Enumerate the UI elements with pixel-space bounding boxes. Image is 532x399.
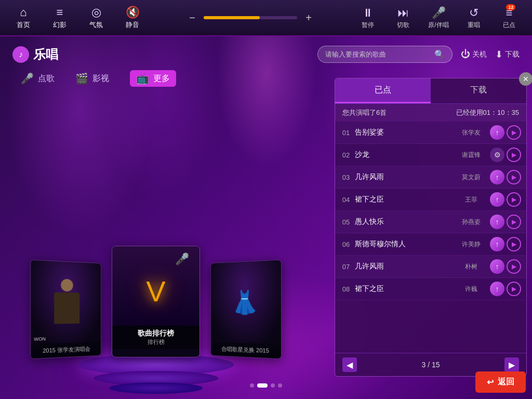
person-figure-left <box>51 278 82 326</box>
play-btn[interactable]: ▶ <box>507 170 521 184</box>
tab-point-song-label: 点歌 <box>38 73 55 84</box>
topbar-atmosphere-label: 气氛 <box>89 20 103 30</box>
song-row: 01告别娑婆张学友↑▶ <box>335 122 526 144</box>
gold-v-logo: V <box>146 277 165 306</box>
replay-icon: ↺ <box>469 6 478 20</box>
song-artist: 莫文蔚 <box>456 173 487 182</box>
play-btn[interactable]: ▶ <box>507 192 521 207</box>
download-btn[interactable]: ⬇ 下载 <box>495 49 520 60</box>
song-row: 02沙龙谢霆锋⚙▶ <box>335 144 526 166</box>
panel-tab-download[interactable]: 下载 <box>431 78 526 103</box>
priority-up-btn[interactable]: ↑ <box>490 215 504 229</box>
play-btn[interactable]: ▶ <box>507 125 521 140</box>
download-label: 下载 <box>505 50 520 59</box>
priority-up-btn[interactable]: ↑ <box>490 282 504 296</box>
song-actions: ↑▶ <box>490 237 521 251</box>
panel-info-left: 您共演唱了6首 <box>342 108 387 117</box>
ctrl-pause[interactable]: ⏸ 暂停 <box>350 6 385 30</box>
prev-icon: ◀ <box>347 360 353 370</box>
ctrl-replay[interactable]: ↺ 重唱 <box>456 6 491 30</box>
dot-4[interactable] <box>278 383 282 388</box>
header-row: ♪ 乐唱 🔍 ⏻ 关机 ⬇ 下载 <box>0 36 532 63</box>
prev-page-btn[interactable]: ◀ <box>342 357 357 372</box>
center-card-title: 歌曲排行榜 <box>116 329 195 338</box>
cards-area: WON 2015 张学友演唱会 🎤 V 歌曲排行榜 排行榜 <box>10 246 301 357</box>
bottom-dots <box>250 383 282 388</box>
panel-tab-queued[interactable]: 已点 <box>335 78 431 103</box>
play-btn[interactable]: ▶ <box>507 215 521 229</box>
ctrl-queued[interactable]: ≡12 已点 <box>491 6 527 30</box>
volume-plus-btn[interactable]: + <box>301 12 316 24</box>
play-btn[interactable]: ▶ <box>507 237 521 251</box>
song-artist: 许巍 <box>456 285 487 294</box>
song-actions: ↑▶ <box>490 282 521 296</box>
left-card-label: 2015 张学友演唱会 <box>31 342 101 359</box>
dot-2[interactable] <box>257 383 268 388</box>
card-left[interactable]: WON 2015 张学友演唱会 <box>30 260 101 360</box>
priority-up-btn[interactable]: ↑ <box>490 259 504 274</box>
next-page-btn[interactable]: ▶ <box>504 357 519 372</box>
song-row: 04裙下之臣王菲↑▶ <box>335 189 526 211</box>
atmosphere-icon: ◎ <box>91 6 101 19</box>
priority-up-btn[interactable]: ↑ <box>490 125 504 140</box>
topbar-home-label: 首页 <box>17 20 30 30</box>
tab-point-song[interactable]: 🎤 点歌 <box>21 72 55 85</box>
search-bar[interactable]: 🔍 <box>317 46 453 63</box>
return-label: 返回 <box>498 377 514 388</box>
main-area: ♪ 乐唱 🔍 ⏻ 关机 ⬇ 下载 🎤 点歌 🎬 影视 � <box>0 36 532 399</box>
topbar-item-phantom[interactable]: ≡ 幻影 <box>42 6 78 30</box>
tab-more-label: 更多 <box>153 73 170 84</box>
priority-up-btn[interactable]: ↑ <box>490 192 504 207</box>
song-number: 02 <box>340 151 352 159</box>
panel-info-row: 您共演唱了6首 已经使用01：10：35 <box>335 104 526 122</box>
play-btn[interactable]: ▶ <box>507 259 521 274</box>
play-btn[interactable]: ▶ <box>507 148 521 162</box>
song-number: 03 <box>340 174 352 181</box>
ctrl-cut[interactable]: ⏭ 切歌 <box>385 6 421 30</box>
volume-minus-btn[interactable]: − <box>185 12 200 24</box>
volume-fill <box>204 16 260 19</box>
play-btn[interactable]: ▶ <box>507 282 521 296</box>
next-icon: ▶ <box>509 360 515 370</box>
ctrl-queued-label: 已点 <box>503 21 515 30</box>
close-icon: ✕ <box>523 75 529 83</box>
return-button[interactable]: ↩ 返回 <box>475 371 526 393</box>
song-name: 斯德哥穆尔情人 <box>355 240 453 249</box>
settings-btn[interactable]: ⚙ <box>490 148 504 162</box>
topbar-item-mute[interactable]: 🔇 静音 <box>114 6 151 30</box>
dot-3[interactable] <box>271 383 275 388</box>
priority-up-btn[interactable]: ↑ <box>490 237 504 251</box>
volume-bar[interactable] <box>204 16 297 19</box>
tab-movie[interactable]: 🎬 影视 <box>75 72 109 85</box>
ctrl-pause-label: 暂停 <box>362 21 374 30</box>
song-number: 04 <box>340 196 352 204</box>
tab-more[interactable]: 📺 更多 <box>130 70 176 87</box>
song-name: 裙下之臣 <box>355 284 453 294</box>
page-info: 3 / 15 <box>421 361 440 369</box>
volume-section: − + <box>151 12 350 24</box>
topbar-item-atmosphere[interactable]: ◎ 气氛 <box>78 6 114 30</box>
shutdown-btn[interactable]: ⏻ 关机 <box>461 49 487 60</box>
topbar-item-home[interactable]: ⌂ 首页 <box>5 6 42 30</box>
search-input[interactable] <box>325 50 430 58</box>
ctrl-original[interactable]: 🎤 原/伴唱 <box>421 6 456 30</box>
song-artist: 张学友 <box>456 128 487 137</box>
top-bar-controls: ⏸ 暂停 ⏭ 切歌 🎤 原/伴唱 ↺ 重唱 ≡12 已点 <box>350 6 527 30</box>
card-right[interactable]: 👗 合唱歌星兑换 2015 <box>210 260 282 360</box>
top-bar: ⌂ 首页 ≡ 幻影 ◎ 气氛 🔇 静音 − + ⏸ 暂停 ⏭ 切歌 🎤 原/伴唱 <box>0 0 532 36</box>
song-artist: 许美静 <box>456 240 487 249</box>
song-number: 01 <box>340 129 352 137</box>
tab-movie-label: 影视 <box>92 73 109 84</box>
song-name: 沙龙 <box>355 150 453 159</box>
priority-up-btn[interactable]: ↑ <box>490 170 504 184</box>
ctrl-replay-label: 重唱 <box>468 21 480 30</box>
search-icon[interactable]: 🔍 <box>434 49 445 59</box>
more-icon: 📺 <box>136 72 149 85</box>
center-card-label: 歌曲排行榜 排行榜 <box>112 326 200 349</box>
mute-icon: 🔇 <box>126 6 140 19</box>
close-button[interactable]: ✕ <box>519 72 532 86</box>
mic-gold-icon: 🎤 <box>175 252 189 266</box>
song-actions: ↑▶ <box>490 259 521 274</box>
card-center[interactable]: 🎤 V 歌曲排行榜 排行榜 <box>112 246 200 357</box>
dot-1[interactable] <box>250 383 254 388</box>
